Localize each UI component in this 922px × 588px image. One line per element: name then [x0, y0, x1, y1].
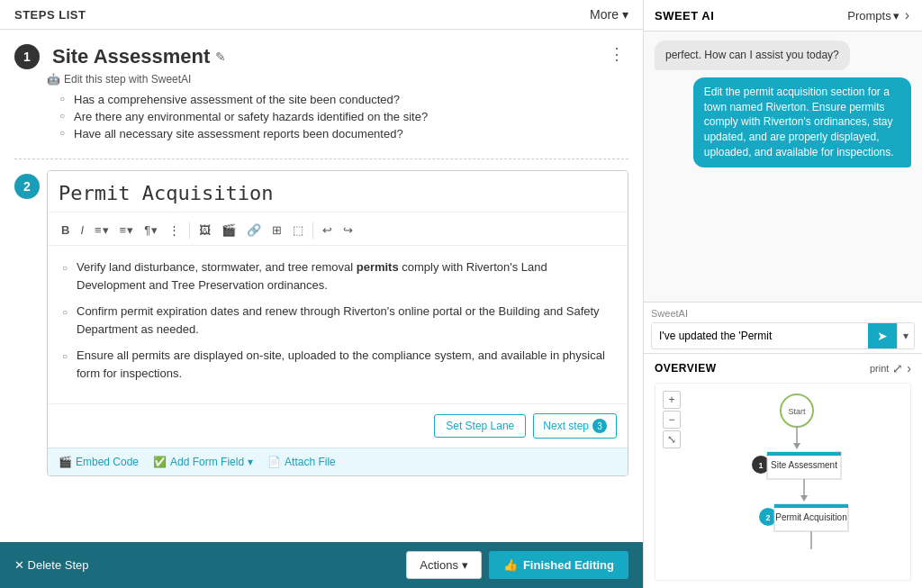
step-2-footer: ✕ Delete Step Actions ▾ 👍 Finished Editi…: [0, 542, 643, 588]
finished-editing-label: Finished Editing: [523, 558, 614, 572]
print-button[interactable]: print: [870, 363, 889, 374]
image-icon: 🖼: [199, 223, 211, 237]
nav-right-arrow-button[interactable]: ›: [903, 7, 911, 23]
ordered-list-button[interactable]: ≡ ▾: [90, 221, 113, 240]
bold-button[interactable]: B: [57, 221, 74, 240]
step-1-sweetai-edit[interactable]: 🤖 Edit this step with SweetAI: [47, 73, 628, 86]
more-button[interactable]: More ▾: [590, 7, 628, 22]
step-1-title-row: 1 Site Assessment ✎: [14, 44, 605, 69]
overview-nav-right-button[interactable]: ›: [907, 361, 911, 375]
unordered-list-button[interactable]: ≡ ▾: [115, 221, 139, 240]
arrow-right-icon: ›: [907, 361, 911, 375]
add-form-field-link[interactable]: ✅ Add Form Field ▾: [153, 456, 253, 468]
sweetai-edit-label: Edit this step with SweetAI: [64, 73, 191, 86]
expand-icon-button[interactable]: ⤢: [892, 361, 903, 375]
more-label: More: [590, 7, 619, 22]
zoom-in-button[interactable]: +: [663, 391, 681, 409]
steps-list-title: STEPS LIST: [14, 8, 86, 22]
step-1-options-button[interactable]: ⋮: [605, 44, 628, 64]
zoom-out-button[interactable]: −: [663, 411, 681, 429]
paragraph-icon: ¶: [144, 223, 150, 237]
redo-button[interactable]: ↪: [339, 221, 357, 240]
zoom-in-icon: +: [668, 394, 674, 406]
step-1-box-label: Site Assessment: [771, 460, 837, 470]
finished-editing-button[interactable]: 👍 Finished Editing: [489, 551, 628, 579]
external-button[interactable]: ⬚: [288, 221, 308, 240]
step-1-checklist: Has a comprehensive assessment of the si…: [59, 93, 628, 140]
overview-controls: print ⤢ ›: [870, 361, 911, 375]
step-2-editor: Permit Acquisition B I ≡ ▾ ≡ ▾ ¶ ▾: [47, 170, 628, 476]
step-2-actions: Set Step Lane Next step 3: [48, 403, 628, 448]
video-icon: 🎬: [221, 223, 236, 237]
flow-svg: Start 1 Site Assessment 2 Permit Acqui: [680, 391, 887, 580]
flow-diagram: + − ⤡ Start 1: [655, 383, 911, 581]
chevron-down-icon-ol: ▾: [103, 223, 109, 237]
checklist-item-2: Are there any environmental or safety ha…: [59, 110, 628, 123]
ai-header-right: Prompts ▾ ›: [847, 7, 911, 23]
left-panel: STEPS LIST More ▾ 1 Site Assessment ✎ ⋮ …: [0, 0, 644, 588]
flow-controls: + − ⤡: [663, 391, 681, 448]
step-2-wrapper: 2 Permit Acquisition B I ≡ ▾ ≡ ▾: [14, 170, 628, 476]
more-toolbar-button[interactable]: ⋮: [164, 221, 185, 240]
prompts-button[interactable]: Prompts ▾: [847, 9, 899, 23]
italic-button[interactable]: I: [76, 221, 88, 240]
embed-code-link[interactable]: 🎬 Embed Code: [59, 456, 139, 468]
video-icon-small: 🎬: [59, 456, 72, 468]
chevron-down-icon: ▾: [622, 7, 628, 22]
chat-input-field[interactable]: [652, 323, 868, 348]
image-button[interactable]: 🖼: [194, 221, 215, 240]
overview-section: OVERVIEW print ⤢ › + − ⤡: [644, 353, 922, 588]
actions-button[interactable]: Actions ▾: [406, 551, 482, 579]
ai-title: SWEET AI: [655, 9, 714, 23]
next-step-label: Next step: [543, 420, 589, 432]
footer-right: Actions ▾ 👍 Finished Editing: [406, 551, 628, 579]
steps-content: 1 Site Assessment ✎ ⋮ 🤖 Edit this step w…: [0, 30, 643, 542]
step-1-edit-icon[interactable]: ✎: [215, 50, 226, 64]
next-step-button[interactable]: Next step 3: [533, 413, 617, 439]
paragraph-button[interactable]: ¶ ▾: [140, 221, 162, 240]
chat-dropdown-button[interactable]: ▾: [897, 323, 914, 348]
editor-list-item-2: Confirm permit expiration dates and rene…: [62, 303, 613, 338]
attach-icon: 📄: [267, 456, 281, 468]
chat-input-wrapper: ➤ ▾: [651, 322, 915, 349]
overview-title: OVERVIEW: [655, 362, 716, 375]
add-form-field-label: Add Form Field: [170, 456, 244, 468]
table-icon: ⊞: [272, 223, 282, 237]
sender-label: SweetAI: [651, 306, 915, 322]
overview-header: OVERVIEW print ⤢ ›: [655, 361, 911, 375]
ordered-list-icon: ≡: [95, 223, 102, 237]
chevron-down-icon-actions: ▾: [462, 558, 468, 572]
step-2-badge-label: 2: [765, 513, 770, 522]
step-2-title-input[interactable]: Permit Acquisition: [48, 171, 628, 213]
form-icon: ✅: [153, 456, 167, 468]
thumbs-up-icon: 👍: [503, 558, 518, 572]
right-panel: SWEET AI Prompts ▾ › perfect. How can I …: [644, 0, 922, 588]
unordered-list-icon: ≡: [120, 223, 127, 237]
step-1-header-bar: [767, 452, 841, 456]
step-divider: [14, 158, 628, 159]
redo-icon: ↪: [343, 223, 353, 237]
chat-message-sent-1: Edit the permit acquisition section for …: [693, 77, 911, 167]
step-2-number: 2: [14, 174, 40, 199]
table-button[interactable]: ⊞: [267, 221, 286, 240]
fit-screen-icon: ⤡: [667, 433, 676, 446]
steps-header: STEPS LIST More ▾: [0, 0, 643, 30]
chat-area: perfect. How can I assist you today? Edi…: [644, 32, 922, 302]
bold-icon: B: [61, 223, 69, 237]
start-label: Start: [788, 407, 806, 416]
step-2-header-bar: [774, 504, 848, 508]
toolbar-separator-2: [312, 222, 313, 239]
step-2-tools: 🎬 Embed Code ✅ Add Form Field ▾ 📄 Attach…: [48, 448, 628, 475]
delete-step-button[interactable]: ✕ Delete Step: [14, 558, 89, 572]
editor-content[interactable]: Verify land disturbance, stormwater, and…: [48, 246, 628, 403]
chat-send-button[interactable]: ➤: [868, 323, 897, 348]
set-step-lane-button[interactable]: Set Step Lane: [434, 414, 526, 438]
undo-button[interactable]: ↩: [318, 221, 337, 240]
embed-code-label: Embed Code: [76, 456, 139, 468]
fit-screen-button[interactable]: ⤡: [663, 430, 681, 448]
italic-icon: I: [80, 223, 84, 237]
robot-icon: 🤖: [47, 73, 60, 86]
link-button[interactable]: 🔗: [242, 221, 266, 240]
attach-file-link[interactable]: 📄 Attach File: [267, 456, 336, 468]
video-button[interactable]: 🎬: [217, 221, 240, 240]
